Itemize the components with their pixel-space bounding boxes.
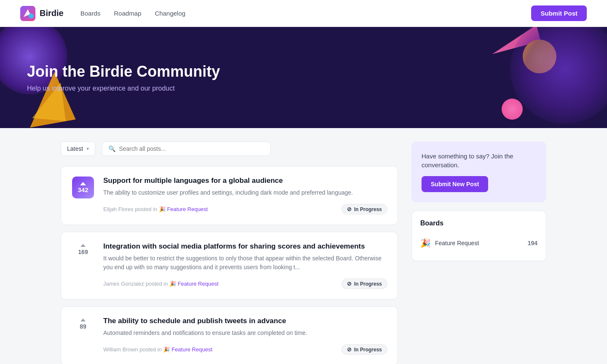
vote-count: 342 xyxy=(78,186,88,193)
status-label: In Progress xyxy=(354,206,382,212)
post-body: Support for multiple languages for a glo… xyxy=(103,177,387,214)
chevron-down-icon: ▾ xyxy=(86,146,89,152)
post-title: Support for multiple languages for a glo… xyxy=(103,177,387,185)
nav-links: Boards Roadmap Changelog xyxy=(81,10,185,17)
hero-content: Join the Birdie Community Help us improv… xyxy=(27,63,220,92)
upvote-arrow-icon xyxy=(80,182,86,185)
svg-point-2 xyxy=(29,14,33,18)
status-badge: ⊘ In Progress xyxy=(341,278,387,289)
board-count: 194 xyxy=(528,240,537,246)
nav-link-boards[interactable]: Boards xyxy=(81,10,101,17)
upvote-arrow-icon xyxy=(81,244,86,247)
submit-new-post-button[interactable]: Submit New Post xyxy=(422,176,488,192)
sidebar-cta-card: Have something to say? Join the conversa… xyxy=(411,142,546,202)
logo-icon xyxy=(20,6,35,21)
post-title: Integration with social media platforms … xyxy=(103,242,387,251)
post-board[interactable]: Feature Request xyxy=(167,206,208,212)
nav-left: Birdie Boards Roadmap Changelog xyxy=(20,6,185,21)
sort-label: Latest xyxy=(67,145,83,152)
vote-count: 169 xyxy=(78,249,88,255)
vote-button-1[interactable]: 342 xyxy=(72,177,94,198)
hero-shape-purple xyxy=(510,27,607,124)
status-label: In Progress xyxy=(354,347,382,353)
vote-box: 89 xyxy=(71,317,95,355)
post-board[interactable]: Feature Request xyxy=(177,281,218,287)
post-card[interactable]: 169 Integration with social media platfo… xyxy=(61,232,398,300)
post-body: The ability to schedule and publish twee… xyxy=(103,317,387,355)
main-content: Latest ▾ 🔍 342 Support for multiple lang… xyxy=(51,128,556,364)
post-board[interactable]: Feature Request xyxy=(172,346,212,353)
sidebar-cta-text: Have something to say? Join the conversa… xyxy=(422,152,536,169)
post-title: The ability to schedule and publish twee… xyxy=(103,317,387,325)
nav-link-roadmap[interactable]: Roadmap xyxy=(114,10,141,17)
posts-list: 342 Support for multiple languages for a… xyxy=(61,166,398,364)
boards-section: Boards 🎉 Feature Request 194 xyxy=(411,211,546,261)
vote-sm-2: 169 xyxy=(78,242,88,255)
boards-section-title: Boards xyxy=(420,219,537,227)
board-emoji: 🎉 xyxy=(420,238,431,248)
hero-shape-pink-circle xyxy=(502,99,523,120)
search-input[interactable] xyxy=(119,145,264,152)
board-name: Feature Request xyxy=(435,240,479,246)
post-author: James Gonzalez posted in 🎉 Feature Reque… xyxy=(103,281,218,287)
hero-subtitle: Help us improve your experience and our … xyxy=(27,85,220,92)
post-meta: William Brown posted in 🎉 Feature Reques… xyxy=(103,344,387,355)
post-author: Elijah Flores posted in 🎉 Feature Reques… xyxy=(103,206,208,212)
post-description: Automated reminders and notifications to… xyxy=(103,329,387,337)
board-item[interactable]: 🎉 Feature Request 194 xyxy=(420,234,537,252)
content-area: Latest ▾ 🔍 342 Support for multiple lang… xyxy=(61,142,398,364)
post-card[interactable]: 89 The ability to schedule and publish t… xyxy=(61,306,398,364)
sidebar: Have something to say? Join the conversa… xyxy=(411,142,546,364)
hero-title: Join the Birdie Community xyxy=(27,63,220,80)
search-icon: 🔍 xyxy=(108,145,115,152)
status-label: In Progress xyxy=(354,281,382,287)
post-author: William Brown posted in 🎉 Feature Reques… xyxy=(103,346,212,353)
vote-count: 89 xyxy=(80,323,86,330)
sort-dropdown[interactable]: Latest ▾ xyxy=(61,142,95,156)
status-icon: ⊘ xyxy=(347,281,352,287)
status-icon: ⊘ xyxy=(347,206,352,212)
status-badge: ⊘ In Progress xyxy=(341,344,387,355)
hero-banner: Join the Birdie Community Help us improv… xyxy=(0,27,607,128)
status-icon: ⊘ xyxy=(347,346,352,353)
status-badge: ⊘ In Progress xyxy=(341,204,387,214)
post-card[interactable]: 342 Support for multiple languages for a… xyxy=(61,166,398,225)
vote-box: 169 xyxy=(71,242,95,289)
filter-bar: Latest ▾ 🔍 xyxy=(61,142,398,156)
board-item-left: 🎉 Feature Request xyxy=(420,238,479,248)
post-description: The ability to customize user profiles a… xyxy=(103,188,387,197)
vote-box: 342 xyxy=(71,177,95,214)
navbar: Birdie Boards Roadmap Changelog Submit P… xyxy=(0,0,607,27)
upvote-arrow-icon xyxy=(81,318,86,321)
post-description: It would be better to restrict the sugge… xyxy=(103,254,387,272)
submit-post-button[interactable]: Submit Post xyxy=(531,5,587,21)
nav-link-changelog[interactable]: Changelog xyxy=(155,10,185,17)
app-name: Birdie xyxy=(40,8,64,18)
vote-sm-3: 89 xyxy=(80,317,86,330)
logo[interactable]: Birdie xyxy=(20,6,64,21)
boards-list: 🎉 Feature Request 194 xyxy=(420,234,537,252)
post-meta: James Gonzalez posted in 🎉 Feature Reque… xyxy=(103,278,387,289)
search-bar: 🔍 xyxy=(102,142,271,156)
post-meta: Elijah Flores posted in 🎉 Feature Reques… xyxy=(103,204,387,214)
post-body: Integration with social media platforms … xyxy=(103,242,387,289)
